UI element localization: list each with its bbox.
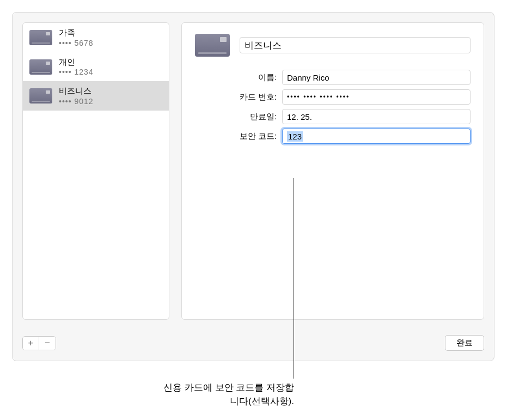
card-item-family[interactable]: 가족 •••• 5678 bbox=[23, 23, 169, 52]
name-label: 이름: bbox=[195, 72, 277, 83]
card-list: 가족 •••• 5678 개인 •••• 1234 비즈니스 •••• bbox=[23, 23, 169, 319]
done-label: 완료 bbox=[456, 338, 473, 347]
minus-icon: − bbox=[45, 338, 50, 349]
expiry-input[interactable] bbox=[282, 109, 471, 124]
credit-card-icon bbox=[29, 88, 52, 104]
card-title-input[interactable] bbox=[240, 37, 471, 53]
done-button[interactable]: 완료 bbox=[445, 335, 484, 351]
add-button[interactable]: + bbox=[23, 337, 39, 350]
row-name: 이름: bbox=[195, 70, 471, 85]
card-last4-label: •••• 5678 bbox=[59, 38, 94, 48]
row-card-number: 카드 번호: bbox=[195, 89, 471, 105]
form-rows: 이름: 카드 번호: 만료일: 보안 코드: 123 bbox=[195, 70, 471, 144]
plus-icon: + bbox=[28, 338, 34, 349]
credit-card-icon bbox=[29, 30, 52, 45]
card-info: 개인 •••• 1234 bbox=[59, 57, 94, 77]
credit-card-icon bbox=[195, 34, 230, 57]
expiry-label: 만료일: bbox=[195, 112, 277, 122]
card-number-input[interactable] bbox=[282, 89, 471, 105]
remove-button[interactable]: − bbox=[39, 337, 56, 350]
row-expiry: 만료일: bbox=[195, 109, 471, 124]
card-name-label: 비즈니스 bbox=[59, 86, 94, 96]
card-name-label: 가족 bbox=[59, 27, 94, 38]
callout-line bbox=[294, 178, 294, 379]
card-name-label: 개인 bbox=[59, 57, 94, 68]
bottom-bar: + − 완료 bbox=[13, 330, 494, 361]
card-item-business[interactable]: 비즈니스 •••• 9012 bbox=[23, 81, 169, 111]
detail-header bbox=[195, 34, 471, 57]
card-last4-label: •••• 1234 bbox=[59, 67, 94, 77]
card-sidebar: 가족 •••• 5678 개인 •••• 1234 비즈니스 •••• bbox=[22, 22, 169, 320]
card-item-personal[interactable]: 개인 •••• 1234 bbox=[23, 52, 169, 82]
card-info: 가족 •••• 5678 bbox=[59, 27, 94, 48]
card-detail-panel: 이름: 카드 번호: 만료일: 보안 코드: 123 bbox=[181, 22, 484, 320]
add-remove-group: + − bbox=[22, 336, 56, 350]
security-label: 보안 코드: bbox=[195, 131, 277, 142]
security-input[interactable]: 123 bbox=[282, 129, 471, 144]
credit-card-icon bbox=[29, 59, 52, 75]
card-last4-label: •••• 9012 bbox=[59, 96, 94, 106]
callout-text: 신용 카드에 보안 코드를 저장합니다(선택사항). bbox=[158, 381, 294, 408]
row-security: 보안 코드: 123 bbox=[195, 129, 471, 144]
card-number-label: 카드 번호: bbox=[195, 92, 277, 102]
preferences-window: 가족 •••• 5678 개인 •••• 1234 비즈니스 •••• bbox=[12, 12, 494, 361]
security-value: 123 bbox=[287, 131, 303, 142]
card-info: 비즈니스 •••• 9012 bbox=[59, 86, 94, 106]
name-input[interactable] bbox=[282, 70, 471, 85]
main-area: 가족 •••• 5678 개인 •••• 1234 비즈니스 •••• bbox=[13, 13, 494, 330]
